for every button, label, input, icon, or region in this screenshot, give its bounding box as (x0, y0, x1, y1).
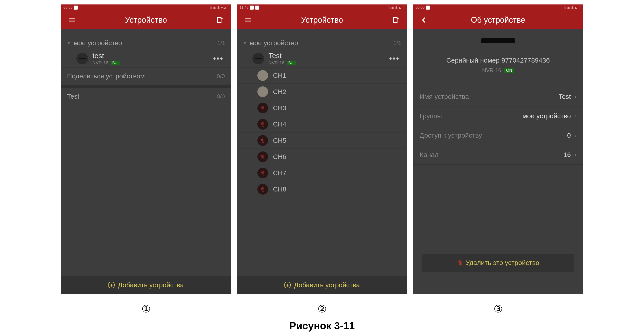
status-bar: 00:00 ▯ ◉ ✱ ▾◢ ▯ (61, 4, 231, 11)
device-icon (76, 53, 88, 64)
svg-point-7 (262, 107, 264, 108)
divider (61, 85, 231, 87)
app-icon (74, 5, 78, 9)
device-image (481, 38, 515, 43)
channel-name: CH3 (273, 104, 286, 112)
channel-row[interactable]: CH6 (237, 149, 407, 165)
device-model: NVR-16 (92, 60, 108, 65)
screen-3-about: 00:00 ▯ ◉ ✱ ◣ ▯ Об устройстве Серийный н… (413, 4, 583, 294)
app-icon (255, 5, 259, 9)
share-device-row[interactable]: Поделиться устройством 0/0 (61, 67, 231, 85)
camera-off-icon (258, 184, 268, 195)
svg-point-13 (262, 156, 264, 157)
channel-row[interactable]: CH4 (237, 116, 407, 132)
row-value: 16 (563, 151, 571, 159)
test-count: 0/0 (217, 93, 225, 100)
status-time: 00:00 (64, 5, 72, 9)
menu-icon[interactable] (244, 15, 252, 24)
status-badge: Вкл (110, 61, 120, 65)
status-bar: 00:00 ▯ ◉ ✱ ◣ ▯ (413, 4, 583, 11)
edit-icon[interactable] (392, 15, 400, 24)
figure-caption: Рисунок 3-11 (0, 320, 644, 332)
row-access[interactable]: Доступ к устройству 0 › (413, 126, 583, 145)
phone-body: ▼ мое устройство 1/1 test NVR-16 Вкл •••… (61, 29, 231, 294)
group-row[interactable]: ▼ мое устройство 1/1 (61, 36, 231, 50)
app-header: Устройство (61, 11, 231, 29)
status-badge: Вкл (286, 61, 296, 65)
more-icon[interactable]: ••• (211, 54, 225, 63)
chevron-right-icon: › (574, 151, 576, 158)
add-device-button[interactable]: + Добавить устройства (237, 276, 407, 294)
device-model: NVR-16 (482, 67, 501, 73)
delete-device-button[interactable]: 🗑 Удалить это устройство (422, 254, 574, 272)
add-label: Добавить устройства (294, 281, 360, 289)
svg-point-15 (262, 172, 264, 173)
test-group-row[interactable]: Test 0/0 (61, 87, 231, 105)
app-header: Устройство (237, 11, 407, 29)
row-value: Test (559, 93, 571, 100)
group-count: 1/1 (393, 40, 401, 46)
menu-icon[interactable] (68, 15, 76, 24)
screen-label-2: ② (318, 303, 327, 315)
camera-off-icon (258, 135, 268, 146)
camera-live-icon (258, 86, 268, 97)
share-label: Поделиться устройством (67, 72, 145, 80)
chevron-right-icon: › (574, 132, 576, 139)
channel-row[interactable]: CH1 (237, 67, 407, 83)
back-icon[interactable] (420, 15, 428, 24)
channel-name: CH2 (273, 88, 286, 95)
share-count: 0/0 (217, 73, 225, 80)
row-groups[interactable]: Группы мое устройство › (413, 106, 583, 126)
header-title: Устройство (252, 15, 392, 25)
app-header: Об устройстве (413, 11, 583, 29)
row-device-name[interactable]: Имя устройства Test › (413, 87, 583, 106)
row-label: Имя устройства (420, 93, 469, 100)
channel-row[interactable]: CH5 (237, 132, 407, 149)
channel-name: CH7 (273, 169, 286, 177)
svg-point-17 (262, 188, 264, 189)
svg-point-9 (262, 123, 264, 124)
trash-icon: 🗑 (457, 259, 463, 267)
status-icons: ▯ ◉ ✱ ◣ ▯ (388, 5, 404, 10)
camera-off-icon (258, 103, 268, 113)
more-icon[interactable]: ••• (387, 54, 401, 63)
phone-body: ▼ мое устройство 1/1 Test NVR-16 Вкл •••… (237, 29, 407, 294)
channel-name: CH5 (273, 137, 286, 144)
row-label: Канал (420, 151, 438, 159)
device-model: NVR-16 (268, 60, 284, 65)
row-channel[interactable]: Канал 16 › (413, 145, 583, 164)
row-label: Группы (420, 112, 442, 120)
channel-row[interactable]: CH8 (237, 181, 407, 197)
channel-name: CH8 (273, 185, 286, 193)
test-label: Test (67, 93, 79, 100)
device-row[interactable]: Test NVR-16 Вкл ••• (237, 50, 407, 67)
device-row[interactable]: test NVR-16 Вкл ••• (61, 50, 231, 67)
channel-row[interactable]: CH2 (237, 83, 407, 100)
svg-point-11 (262, 139, 264, 140)
caret-down-icon: ▼ (243, 40, 247, 46)
row-value: мое устройство (522, 112, 571, 120)
group-name: мое устройство (250, 39, 298, 47)
screen-label-1: ① (142, 303, 151, 315)
row-value: 0 (567, 132, 571, 139)
screen-2-channels: 11:48 ▯ ◉ ✱ ◣ ▯ Устройство ▼ мое устройс… (237, 4, 407, 294)
camera-live-icon (258, 70, 268, 81)
caret-down-icon: ▼ (67, 40, 71, 46)
plus-icon: + (284, 282, 291, 288)
device-name: test (92, 52, 120, 60)
screen-1-devices: 00:00 ▯ ◉ ✱ ▾◢ ▯ Устройство ▼ мое устрой… (61, 4, 231, 294)
camera-off-icon (258, 151, 268, 162)
add-device-button[interactable]: + Добавить устройства (61, 276, 231, 294)
channel-row[interactable]: CH7 (237, 165, 407, 181)
header-title: Об устройстве (428, 15, 568, 25)
camera-off-icon (258, 119, 268, 130)
serial-number: Серийный номер 9770427789436 (413, 56, 583, 64)
device-name: Test (268, 52, 296, 60)
group-row[interactable]: ▼ мое устройство 1/1 (237, 36, 407, 50)
edit-icon[interactable] (216, 15, 224, 24)
status-time: 11:48 (240, 5, 248, 9)
group-name: мое устройство (74, 39, 122, 47)
status-bar: 11:48 ▯ ◉ ✱ ◣ ▯ (237, 4, 407, 11)
delete-label: Удалить это устройство (466, 259, 540, 267)
channel-row[interactable]: CH3 (237, 100, 407, 116)
